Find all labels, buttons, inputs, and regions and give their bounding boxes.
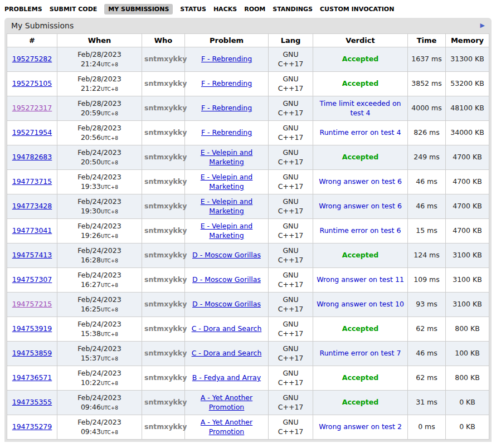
problem-link[interactable]: F - Rebrending bbox=[201, 55, 252, 63]
user-link[interactable]: sntmxykky bbox=[144, 153, 187, 161]
cell-memory: 0 KB bbox=[446, 415, 489, 440]
cell-who: sntmxykky bbox=[142, 96, 185, 121]
cell-verdict: Wrong answer on test 2 bbox=[313, 415, 408, 440]
user-link[interactable]: sntmxykky bbox=[144, 55, 187, 63]
problem-link[interactable]: F - Rebrending bbox=[201, 104, 252, 112]
problem-link[interactable]: D - Moscow Gorillas bbox=[192, 275, 261, 284]
cell-time: 46 ms bbox=[408, 194, 446, 219]
submission-timezone: UTC+8 bbox=[101, 209, 118, 215]
submission-id-link[interactable]: 194736571 bbox=[12, 373, 52, 382]
cell-problem: E - Velepin and Marketing bbox=[185, 145, 269, 170]
submission-date: Feb/28/2023 bbox=[77, 124, 121, 132]
user-link[interactable]: sntmxykky bbox=[144, 202, 187, 210]
submission-timezone: UTC+8 bbox=[101, 405, 118, 411]
verdict-text: Accepted bbox=[342, 79, 378, 87]
cell-submission-id: 194757307 bbox=[7, 268, 57, 293]
user-link[interactable]: sntmxykky bbox=[144, 79, 187, 87]
arrow-right-icon[interactable]: ▶ bbox=[480, 22, 485, 29]
cell-submission-id: 194753859 bbox=[7, 342, 57, 366]
column-header-who: Who bbox=[142, 34, 185, 47]
submission-id-link[interactable]: 195271954 bbox=[12, 128, 52, 137]
submission-id-link[interactable]: 194782683 bbox=[12, 153, 52, 161]
cell-time: 62 ms bbox=[408, 366, 446, 391]
problem-link[interactable]: C - Dora and Search bbox=[192, 349, 262, 357]
cell-submission-id: 195271954 bbox=[7, 121, 57, 145]
cell-memory: 100 KB bbox=[446, 342, 489, 366]
problem-link[interactable]: C - Dora and Search bbox=[192, 324, 262, 333]
user-link[interactable]: sntmxykky bbox=[144, 300, 187, 308]
submission-date: Feb/24/2023 bbox=[77, 320, 121, 328]
problem-link[interactable]: A - Yet Another Promotion bbox=[201, 393, 252, 411]
cell-verdict: Runtime error on test 7 bbox=[313, 342, 408, 366]
verdict-text: Runtime error on test 6 bbox=[320, 226, 401, 235]
cell-submission-id: 195275282 bbox=[7, 47, 57, 72]
user-link[interactable]: sntmxykky bbox=[144, 373, 187, 382]
problem-link[interactable]: E - Velepin and Marketing bbox=[201, 173, 253, 190]
problem-link[interactable]: E - Velepin and Marketing bbox=[201, 197, 253, 215]
submission-id-link[interactable]: 194753919 bbox=[12, 324, 52, 333]
user-link[interactable]: sntmxykky bbox=[144, 398, 187, 406]
user-link[interactable]: sntmxykky bbox=[144, 177, 187, 186]
submission-timezone: UTC+8 bbox=[101, 135, 118, 141]
user-link[interactable]: sntmxykky bbox=[144, 422, 187, 431]
cell-when: Feb/24/202309:43UTC+8 bbox=[57, 415, 142, 440]
cell-memory: 3100 KB bbox=[446, 293, 489, 317]
nav-item-custom-invocation[interactable]: CUSTOM INVOCATION bbox=[320, 4, 394, 14]
problem-link[interactable]: F - Rebrending bbox=[201, 79, 252, 87]
nav-item-problems[interactable]: PROBLEMS bbox=[4, 4, 42, 14]
user-link[interactable]: sntmxykky bbox=[144, 128, 187, 137]
cell-time: 93 ms bbox=[408, 293, 446, 317]
submission-time: 20:56 bbox=[81, 133, 101, 142]
problem-link[interactable]: A - Yet Another Promotion bbox=[201, 418, 252, 435]
verdict-text: Runtime error on test 7 bbox=[320, 349, 401, 357]
submission-id-link[interactable]: 195275105 bbox=[12, 79, 52, 87]
user-link[interactable]: sntmxykky bbox=[144, 349, 187, 357]
submission-date: Feb/24/2023 bbox=[77, 418, 121, 426]
cell-when: Feb/24/202319:26UTC+8 bbox=[57, 219, 142, 244]
submission-time: 15:37 bbox=[81, 354, 101, 362]
submission-id-link[interactable]: 195275282 bbox=[12, 55, 52, 63]
cell-who: sntmxykky bbox=[142, 391, 185, 415]
nav-item-standings[interactable]: STANDINGS bbox=[273, 4, 313, 14]
submission-id-link[interactable]: 194773041 bbox=[12, 226, 52, 235]
submission-id-link[interactable]: 194735279 bbox=[12, 422, 52, 431]
nav-item-room[interactable]: ROOM bbox=[244, 4, 265, 14]
submission-id-link[interactable]: 194757307 bbox=[12, 275, 52, 284]
cell-verdict: Accepted bbox=[313, 366, 408, 391]
cell-time: 15 ms bbox=[408, 219, 446, 244]
submission-id-link[interactable]: 194757413 bbox=[12, 251, 52, 259]
submission-time: 16:28 bbox=[81, 256, 101, 264]
cell-problem: C - Dora and Search bbox=[185, 317, 269, 342]
problem-link[interactable]: E - Velepin and Marketing bbox=[201, 222, 253, 239]
user-link[interactable]: sntmxykky bbox=[144, 324, 187, 333]
submission-date: Feb/24/2023 bbox=[77, 393, 121, 402]
top-nav: PROBLEMSSUBMIT CODEMY SUBMISSIONSSTATUSH… bbox=[0, 0, 496, 18]
submission-id-link[interactable]: 194753859 bbox=[12, 349, 52, 357]
submission-id-link[interactable]: 194735355 bbox=[12, 398, 52, 406]
problem-link[interactable]: E - Velepin and Marketing bbox=[201, 148, 253, 165]
problem-link[interactable]: F - Rebrending bbox=[201, 128, 252, 137]
problem-link[interactable]: D - Moscow Gorillas bbox=[192, 300, 261, 308]
cell-who: sntmxykky bbox=[142, 366, 185, 391]
user-link[interactable]: sntmxykky bbox=[144, 251, 187, 259]
nav-item-my-submissions[interactable]: MY SUBMISSIONS bbox=[104, 4, 173, 14]
submission-time: 19:33 bbox=[81, 182, 101, 191]
nav-item-submit-code[interactable]: SUBMIT CODE bbox=[50, 4, 98, 14]
problem-link[interactable]: D - Moscow Gorillas bbox=[192, 251, 261, 259]
submission-id-link[interactable]: 195272317 bbox=[12, 104, 52, 112]
user-link[interactable]: sntmxykky bbox=[144, 226, 187, 235]
cell-problem: B - Fedya and Array bbox=[185, 366, 269, 391]
nav-item-status[interactable]: STATUS bbox=[180, 4, 206, 14]
submission-id-link[interactable]: 194773715 bbox=[12, 177, 52, 186]
user-link[interactable]: sntmxykky bbox=[144, 104, 187, 112]
table-row: 194757307Feb/24/202316:27UTC+8sntmxykkyD… bbox=[7, 268, 489, 293]
problem-link[interactable]: B - Fedya and Array bbox=[192, 373, 261, 382]
submission-time: 20:59 bbox=[81, 109, 101, 117]
submission-date: Feb/28/2023 bbox=[77, 99, 121, 108]
cell-submission-id: 194736571 bbox=[7, 366, 57, 391]
nav-item-hacks[interactable]: HACKS bbox=[213, 4, 237, 14]
user-link[interactable]: sntmxykky bbox=[144, 275, 187, 284]
submission-time: 19:30 bbox=[81, 207, 101, 215]
submission-id-link[interactable]: 194757215 bbox=[12, 300, 52, 308]
submission-id-link[interactable]: 194773428 bbox=[12, 202, 52, 210]
